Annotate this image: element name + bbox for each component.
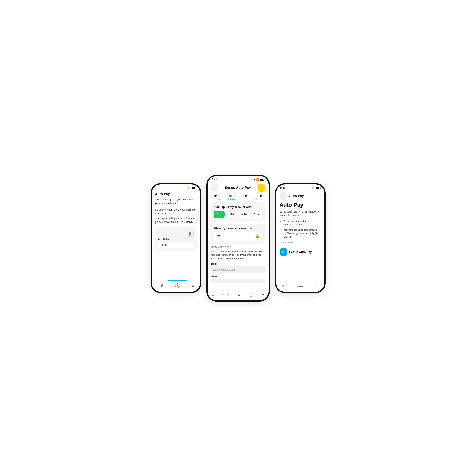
credit-limit-label: Credit limit	[158, 238, 194, 240]
nav-help-icon[interactable]: ?	[175, 283, 180, 288]
left-status-bar: ▪▪▪▪ 📶	[152, 184, 200, 190]
right-status-bar: 9:41 ▪▪▪▪ 📶	[276, 184, 324, 191]
signal-icon: ▪▪▪▪	[183, 187, 186, 189]
amount-btn-30[interactable]: £30	[239, 211, 250, 218]
center-phone-content: ← Set up Auto Pay ⚡	[208, 182, 269, 299]
center-signal-icon: ▪▪▪▪	[252, 178, 255, 181]
right-bottom-bar	[289, 281, 312, 281]
right-status-icons: ▪▪▪▪ 📶	[308, 187, 320, 189]
center-time: 9:41	[212, 178, 217, 181]
step-label-amount: Amount	[226, 198, 237, 200]
nav-menu-icon[interactable]: ≡	[192, 283, 194, 288]
center-nav-menu-icon[interactable]: ≡	[262, 292, 264, 297]
credit-limit-value: £2.00	[158, 242, 194, 248]
right-back-icon: ←	[281, 194, 285, 198]
center-scroll-area: Auto top-up my account with: £10 £20 £30…	[208, 202, 269, 289]
check-item-0: ✓ Set repeat top-ups for yo meter when y…	[280, 220, 321, 226]
receipt-desc: If you'd like a receipt when your Auto P…	[211, 250, 266, 260]
step-label-pay: Pay	[239, 198, 250, 200]
checkmark-list: ✓ Set repeat top-ups for yo meter when y…	[280, 220, 321, 239]
receipt-section: NEED A RECEIPT? If you'd like a receipt …	[208, 246, 269, 287]
center-status-bar: 9:41 ▪▪▪▪ 📶	[208, 176, 269, 182]
left-phone-content: Auto Pay c PAYG top-ups so you never whe…	[152, 190, 200, 290]
balance-card-section: When my balance is lower than: £2 🔒	[211, 223, 266, 244]
right-header-title: Auto Pay	[289, 194, 304, 198]
left-title: Auto Pay	[155, 192, 170, 196]
infinity-icon: ∞	[280, 248, 287, 256]
right-signal-icon: ▪▪▪▪	[308, 187, 311, 189]
scene: ▪▪▪▪ 📶 Auto Pay c PAYG top-ups so you ne…	[122, 175, 354, 302]
amount-card-section: Auto top-up my account with: £10 £20 £30…	[211, 202, 266, 221]
autopay-desc: Set up automatic PAYG top-u forget to to…	[280, 210, 321, 217]
email-placeholder: sam@example.com	[213, 268, 236, 271]
step-label-energy: Energy	[213, 198, 224, 200]
left-nav: £ ? ≡	[155, 282, 200, 290]
center-back-icon: ←	[213, 186, 216, 190]
right-phone: 9:41 ▪▪▪▪ 📶 ← Auto Pay Auto Pay Set up a…	[275, 183, 326, 293]
center-bottom-bar	[220, 289, 256, 289]
center-wifi-icon: 📶	[256, 178, 259, 181]
center-nav-home-icon[interactable]: ⌂	[212, 292, 214, 297]
credit-limit-section: 🗑 Credit limit £2.00	[155, 227, 197, 251]
right-time: 9:41	[280, 187, 286, 189]
amount-btn-20[interactable]: £20	[226, 211, 237, 218]
left-body: c PAYG top-ups so you never when your ba…	[155, 198, 200, 280]
check-item-1: ✓ Your auto top-up is paid card, so you'…	[280, 228, 321, 239]
step-line-2	[247, 196, 259, 196]
wifi-icon: 📶	[187, 187, 190, 189]
center-title: Set up Auto Pay	[225, 186, 251, 190]
setup-autopay-label: Set up Auto Pay	[289, 250, 312, 254]
right-wifi-icon: 📶	[312, 187, 315, 189]
right-nav-home-icon[interactable]: ⌂	[282, 284, 284, 289]
checkmark-icon-1: ✓	[280, 228, 282, 232]
left-desc3: o-up is paid with your bank ll never go …	[155, 216, 197, 224]
step-dot-2	[245, 195, 247, 197]
right-nav-route-icon[interactable]: ⚬—⚬	[296, 285, 304, 288]
balance-value: £2	[217, 234, 220, 238]
right-nav-pound-icon[interactable]: £	[316, 284, 318, 289]
right-back-button[interactable]: ←	[280, 192, 287, 200]
lightning-button[interactable]: ⚡	[257, 184, 265, 192]
center-back-button[interactable]: ←	[211, 184, 218, 191]
battery-icon	[191, 187, 196, 189]
checkmark-text-0: Set repeat top-ups for yo meter when you…	[284, 220, 321, 226]
step-label-done: Done	[253, 198, 263, 200]
center-battery-icon	[260, 178, 264, 181]
checkmark-icon-0: ✓	[280, 220, 282, 223]
right-nav: ⌂ ⚬—⚬ £	[276, 283, 324, 290]
right-header: ← Auto Pay	[276, 191, 324, 202]
lock-icon: 🔒	[255, 234, 260, 238]
left-phone: ▪▪▪▪ 📶 Auto Pay c PAYG top-ups so you ne…	[151, 183, 201, 293]
nav-pound-icon[interactable]: £	[161, 284, 163, 288]
setup-autopay-button[interactable]: ∞ Set up Auto Pay	[280, 247, 321, 257]
checkmark-text-1: Your auto top-up is paid card, so you'll…	[284, 228, 321, 239]
step-line-0	[217, 196, 229, 196]
center-nav-help-icon[interactable]: ?	[249, 292, 253, 297]
left-desc1: c PAYG top-ups so you never when your ba…	[155, 198, 197, 205]
right-battery-icon	[316, 187, 320, 189]
email-input[interactable]: sam@example.com	[211, 266, 266, 273]
left-desc2: op-ups for your PAYG your balance reache…	[155, 208, 197, 216]
step-dot-1	[229, 195, 232, 197]
autopay-heading: Auto Pay	[280, 202, 321, 208]
amount-btn-other[interactable]: Other	[252, 211, 263, 218]
amount-section-title: Auto top-up my account with:	[214, 205, 263, 208]
center-nav-route-icon[interactable]: ⚬—⚬	[222, 293, 230, 296]
step-dot-0	[214, 195, 217, 197]
delete-icon[interactable]: 🗑	[187, 230, 194, 237]
step-line-1	[232, 196, 244, 196]
left-status-icons: ▪▪▪▪ 📶	[183, 187, 196, 189]
email-label: Email	[211, 262, 266, 265]
right-phone-content: ← Auto Pay Auto Pay Set up automatic PAY…	[276, 191, 324, 290]
amount-btn-10[interactable]: £10	[214, 211, 224, 218]
get-started-label: GET STARTED	[280, 241, 321, 244]
left-header: Auto Pay	[155, 190, 200, 198]
receipt-label: NEED A RECEIPT?	[211, 246, 266, 248]
center-phone: 9:41 ▪▪▪▪ 📶 ← Set up Auto Pay ⚡	[206, 175, 270, 302]
amount-options: £10 £20 £30 Other	[214, 211, 263, 218]
center-nav-pound-icon[interactable]: £	[238, 292, 240, 297]
left-bottom-bar	[168, 280, 187, 281]
phone-input[interactable]	[211, 279, 266, 283]
right-body: Auto Pay Set up automatic PAYG top-u for…	[276, 202, 324, 281]
balance-section-title: When my balance is lower than:	[214, 226, 263, 230]
